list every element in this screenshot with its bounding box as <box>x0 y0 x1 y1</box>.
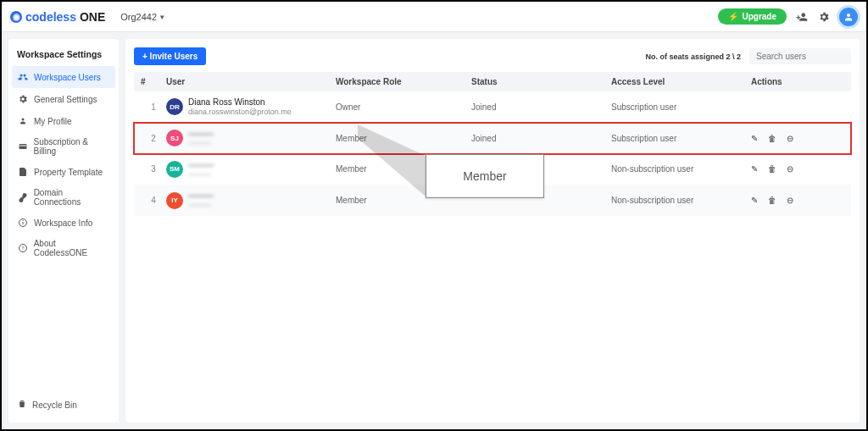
status-cell[interactable]: tation <box>471 164 611 174</box>
edit-icon[interactable]: ✎ <box>751 196 758 205</box>
user-name: Diana Ross Winston <box>188 97 292 108</box>
access-cell: Subscription user <box>611 102 751 112</box>
remove-icon[interactable]: ⊖ <box>787 196 793 205</box>
sidebar-item-label: Subscription & Billing <box>33 137 110 156</box>
sidebar-item-label: Workspace Info <box>34 218 92 228</box>
main-panel: + Invite Users No. of seats assigned 2 \… <box>125 39 860 423</box>
sidebar-item-label: About CodelessONE <box>34 239 110 257</box>
user-avatar-icon: DR <box>166 98 183 115</box>
col-actions: Actions <box>751 77 844 86</box>
role-cell: Member <box>336 134 471 143</box>
delete-icon[interactable]: 🗑 <box>768 164 776 174</box>
access-cell: Subscription user <box>611 134 751 143</box>
sidebar-item-domain-connections[interactable]: Domain Connections <box>8 183 119 212</box>
access-cell: Non-subscription user <box>611 164 751 174</box>
brand-logo[interactable]: ◉ codelessONE <box>10 10 105 24</box>
brand-mark-icon: ◉ <box>10 11 22 23</box>
upgrade-button[interactable]: ⚡ Upgrade <box>718 8 787 25</box>
recycle-label: Recycle Bin <box>32 401 77 410</box>
row-index: 3 <box>141 164 166 174</box>
role-cell: Member <box>336 196 471 205</box>
bolt-icon: ⚡ <box>728 12 738 21</box>
remove-icon[interactable]: ⊖ <box>787 134 793 143</box>
sidebar-item-general-settings[interactable]: General Settings <box>8 88 119 110</box>
template-icon <box>17 166 29 178</box>
gear-icon[interactable] <box>817 10 831 24</box>
profile-icon <box>17 115 29 127</box>
col-user: User <box>166 77 336 86</box>
sidebar-item-label: General Settings <box>34 95 97 104</box>
table-row: 3SM——————MembertationNon-subscription us… <box>134 154 851 185</box>
about-icon: ? <box>17 242 29 254</box>
user-cell: IY—————— <box>166 191 336 210</box>
table-row: 1DRDiana Ross Winstondiana.rosswinston@p… <box>134 91 851 123</box>
user-name: ——— <box>188 129 214 139</box>
delete-icon[interactable]: 🗑 <box>768 196 776 205</box>
user-name: ——— <box>188 160 214 170</box>
status-cell: Joined <box>471 102 611 112</box>
actions-cell: ✎🗑⊖ <box>751 196 844 205</box>
row-index: 2 <box>141 134 166 143</box>
col-role: Workspace Role <box>336 77 471 86</box>
svg-text:?: ? <box>21 246 24 251</box>
sidebar: Workspace Settings Workspace Users Gener… <box>8 39 119 423</box>
sidebar-item-label: My Profile <box>34 117 71 126</box>
sidebar-item-workspace-users[interactable]: Workspace Users <box>12 66 115 88</box>
svg-rect-1 <box>19 144 26 149</box>
add-user-icon[interactable] <box>795 10 809 24</box>
org-picker[interactable]: Org2442 ▾ <box>120 12 164 22</box>
seats-assigned-text: No. of seats assigned 2 \ 2 <box>645 52 741 61</box>
edit-icon[interactable]: ✎ <box>751 164 758 174</box>
link-icon <box>17 191 29 203</box>
user-cell: DRDiana Ross Winstondiana.rosswinston@pr… <box>166 97 336 117</box>
user-cell: SJ—————— <box>166 129 336 148</box>
sidebar-item-property-template[interactable]: Property Template <box>8 161 119 183</box>
table-header: # User Workspace Role Status Access Leve… <box>134 72 851 91</box>
info-icon <box>17 217 29 229</box>
table-row: 2SJ——————MemberJoinedSubscription user✎🗑… <box>134 123 851 154</box>
table-row: 4IY——————MemberNon-subscription user✎🗑⊖ <box>134 185 851 216</box>
user-email: diana.rosswinston@proton.me <box>188 108 292 117</box>
user-email: ——— <box>188 139 214 148</box>
access-cell: Non-subscription user <box>611 196 751 205</box>
row-index: 1 <box>141 102 166 112</box>
role-cell: Member <box>336 164 471 174</box>
upgrade-label: Upgrade <box>742 12 776 21</box>
search-input[interactable] <box>749 48 851 64</box>
settings-icon <box>17 93 29 105</box>
sidebar-item-label: Property Template <box>34 168 103 177</box>
svg-rect-5 <box>23 220 24 221</box>
sidebar-item-label: Workspace Users <box>34 73 101 82</box>
user-cell: SM—————— <box>166 160 336 180</box>
sidebar-item-my-profile[interactable]: My Profile <box>8 110 119 132</box>
brand-text-2: ONE <box>80 10 105 24</box>
recycle-bin[interactable]: Recycle Bin <box>8 394 119 416</box>
caret-down-icon: ▾ <box>160 13 164 21</box>
actions-cell: ✎🗑⊖ <box>751 134 844 143</box>
sidebar-item-label: Domain Connections <box>34 188 110 207</box>
user-avatar[interactable] <box>839 8 858 26</box>
sidebar-item-about[interactable]: ? About CodelessONE <box>8 234 119 262</box>
org-name: Org2442 <box>120 12 157 22</box>
role-cell: Owner <box>336 102 471 112</box>
sidebar-item-workspace-info[interactable]: Workspace Info <box>8 212 119 234</box>
sidebar-title: Workspace Settings <box>8 46 119 66</box>
trash-icon <box>17 399 27 411</box>
user-avatar-icon: SJ <box>166 130 183 146</box>
edit-icon[interactable]: ✎ <box>751 134 758 143</box>
sidebar-item-subscription-billing[interactable]: Subscription & Billing <box>8 132 119 161</box>
brand-text-1: codeless <box>25 10 76 24</box>
user-email: ——— <box>188 170 214 180</box>
user-email: ——— <box>188 201 214 210</box>
invite-users-button[interactable]: + Invite Users <box>134 47 206 65</box>
svg-point-0 <box>22 119 25 121</box>
billing-icon <box>17 141 28 152</box>
svg-rect-4 <box>23 222 24 224</box>
col-access: Access Level <box>611 77 751 86</box>
user-name: ——— <box>188 191 214 201</box>
remove-icon[interactable]: ⊖ <box>787 164 793 174</box>
actions-cell: ✎🗑⊖ <box>751 164 844 174</box>
user-avatar-icon: IY <box>166 192 183 209</box>
col-status: Status <box>471 77 611 86</box>
delete-icon[interactable]: 🗑 <box>768 134 776 143</box>
